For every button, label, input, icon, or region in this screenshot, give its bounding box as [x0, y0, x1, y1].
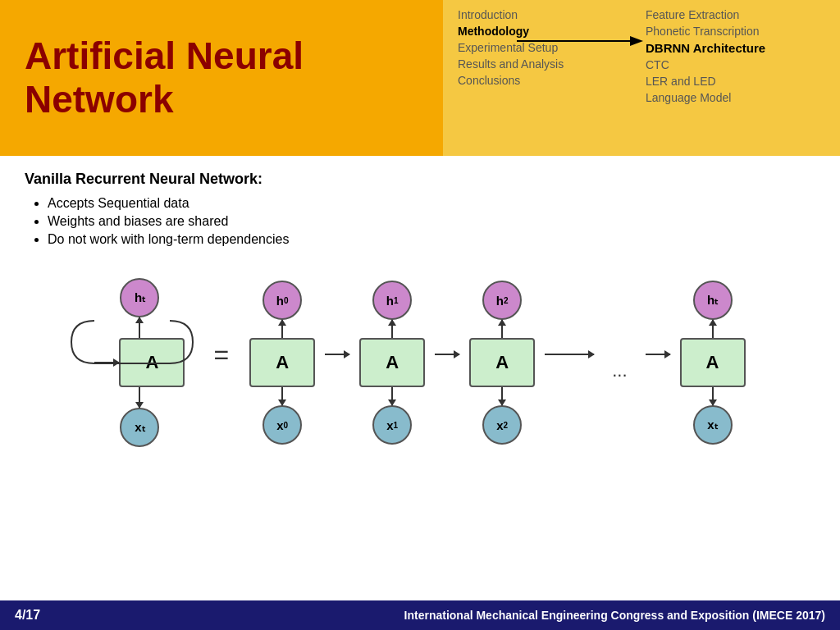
- arrow-right-12: [435, 354, 459, 355]
- page-number: 4/17: [15, 608, 40, 623]
- nav-introduction[interactable]: Introduction: [458, 7, 637, 23]
- nav-conclusions[interactable]: Conclusions: [458, 72, 637, 89]
- node-h2: h2: [482, 281, 522, 320]
- bullet-2: Weights and biases are shared: [48, 214, 815, 229]
- nav-phonetic-transcription[interactable]: Phonetic Transcription: [646, 23, 825, 39]
- nav-results[interactable]: Results and Analysis: [458, 56, 637, 72]
- dots: ...: [604, 360, 635, 381]
- nav-col2: Feature Extraction Phonetic Transcriptio…: [646, 7, 825, 106]
- section-title: Vanilla Recurrent Neural Network:: [25, 171, 815, 188]
- header-title-area: Artificial Neural Network: [0, 0, 443, 156]
- content-area: Vanilla Recurrent Neural Network: Accept…: [0, 156, 840, 262]
- bullet-1: Accepts Sequential data: [48, 196, 815, 211]
- a-box-0: A: [249, 338, 315, 387]
- rnn-unit-1: h1 A x1: [359, 281, 425, 445]
- nav-language-model[interactable]: Language Model: [646, 89, 825, 106]
- node-x1: x1: [372, 405, 412, 445]
- arrow-up-1: [391, 320, 393, 338]
- a-box-t: A: [680, 338, 746, 387]
- rnn-unit-0: h0 A x0: [249, 281, 315, 445]
- arrow-down-1: [391, 387, 393, 405]
- conference-name: International Mechanical Engineering Con…: [404, 609, 825, 622]
- footer: 4/17 International Mechanical Engineerin…: [0, 600, 840, 630]
- nav-col1: Introduction Methodology Experimental Se…: [458, 7, 637, 106]
- arrow-down-t: [712, 387, 714, 405]
- nav-dbrnn[interactable]: DBRNN Architecture: [646, 39, 825, 57]
- rnn-unit-2: h2 A x2: [469, 281, 535, 445]
- node-x0: x0: [262, 405, 302, 445]
- nav-feature-extraction[interactable]: Feature Extraction: [646, 7, 825, 23]
- bullet-list: Accepts Sequential data Weights and bias…: [25, 196, 815, 247]
- node-ht: hₜ: [693, 281, 733, 320]
- a-box-1: A: [359, 338, 425, 387]
- node-xt-single: xₜ: [120, 408, 159, 447]
- arrow-down-2: [501, 387, 503, 405]
- node-h1: h1: [372, 281, 412, 320]
- nav-experimental-setup[interactable]: Experimental Setup: [458, 39, 637, 56]
- self-loop-svg: [71, 321, 193, 363]
- equals-sign: =: [213, 340, 229, 370]
- rnn-unit-t: hₜ A xₜ: [680, 281, 746, 445]
- nav-ctc[interactable]: CTC: [646, 57, 825, 73]
- arrow-up-0: [281, 320, 283, 338]
- arrow-up-t: [712, 320, 714, 338]
- node-ht-single: hₜ: [120, 278, 159, 317]
- arrow-right-dots: [545, 354, 594, 355]
- node-xt: xₜ: [693, 405, 733, 445]
- rnn-single-unit: hₜ A xₜ: [94, 278, 185, 447]
- diagram-area: hₜ A xₜ = h0 A x0 h1 A x1: [0, 278, 840, 447]
- bullet-3: Do not work with long-term dependencies: [48, 232, 815, 247]
- nav-methodology[interactable]: Methodology: [458, 23, 637, 39]
- a-box-2: A: [469, 338, 535, 387]
- arrow-down-0: [281, 387, 283, 405]
- node-h0: h0: [262, 281, 302, 320]
- arrow-right-01: [325, 354, 349, 355]
- arrow-down-single: [139, 387, 140, 408]
- nav-ler-led[interactable]: LER and LED: [646, 73, 825, 89]
- arrow-up-2: [501, 320, 503, 338]
- slide-title: Artificial Neural Network: [25, 34, 304, 121]
- node-x2: x2: [482, 405, 522, 445]
- navigation-panel: Introduction Methodology Experimental Se…: [443, 0, 840, 156]
- arrow-right-last: [646, 354, 670, 355]
- header: Artificial Neural Network Introduction M…: [0, 0, 840, 156]
